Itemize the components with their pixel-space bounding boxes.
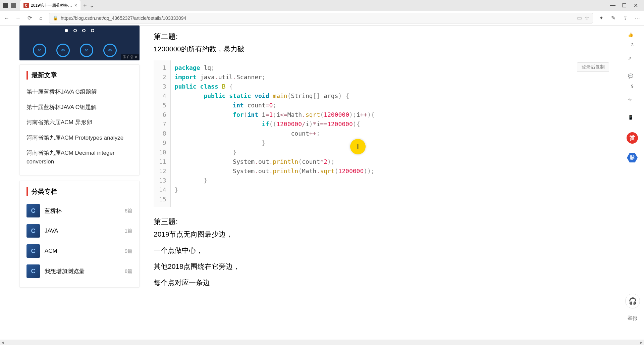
- titlebar-left: [3, 3, 16, 8]
- code-block: 登录后复制 123456789101112131415 package lq; …: [154, 60, 611, 207]
- ad-gauge: 80: [80, 44, 93, 57]
- category-name: 我想增加浏览量: [45, 267, 120, 275]
- tabs-icon[interactable]: [11, 3, 16, 8]
- forward-button[interactable]: →: [15, 15, 21, 21]
- category-name: 蓝桥杯: [45, 207, 120, 215]
- article-link[interactable]: 第十届蓝桥杯JAVA C组题解: [26, 100, 132, 115]
- lock-icon: 🔒: [53, 15, 58, 20]
- tab-favicon: C: [23, 3, 29, 8]
- category-item[interactable]: C 我想增加浏览量 8篇: [26, 261, 132, 281]
- category-thumb: C: [26, 224, 40, 238]
- like-count: 3: [631, 42, 633, 47]
- favorite-button[interactable]: ☆: [625, 97, 640, 106]
- cursor-highlight-icon: I: [350, 139, 366, 154]
- url-input[interactable]: [61, 15, 574, 21]
- ad-gauge: 80: [56, 44, 70, 57]
- support-button[interactable]: 🎧: [625, 294, 640, 308]
- tab-strip: C 2019第十一届蓝桥杯校i × + ⌄: [20, 0, 94, 10]
- code-content[interactable]: 123456789101112131415 package lq; import…: [154, 60, 611, 207]
- category-name: ACM: [45, 248, 120, 254]
- reward-button[interactable]: 赏: [627, 132, 638, 144]
- article-list: 第十届蓝桥杯JAVA G组题解 第十届蓝桥杯JAVA C组题解 河南省第六届AC…: [26, 84, 132, 169]
- scroll-left-arrow[interactable]: ◀: [0, 340, 5, 345]
- home-button[interactable]: ⌂: [38, 15, 44, 21]
- question-2-desc: 1200000的所有约数，暴力破: [154, 44, 611, 54]
- thumbs-up-icon: 👍: [628, 32, 637, 41]
- ad-dot[interactable]: [73, 29, 77, 32]
- article-link[interactable]: 河南省第九届ACM Prototypes analyze: [26, 130, 132, 146]
- question-2-title: 第二题:: [154, 32, 611, 42]
- ad-gauges: 80 80 80 80: [33, 44, 117, 57]
- ad-banner[interactable]: 80 80 80 80 ⓘ 广告 ×: [19, 26, 140, 60]
- article-link[interactable]: 第十届蓝桥杯JAVA G组题解: [26, 84, 132, 100]
- like-button[interactable]: 👍 3: [625, 32, 640, 47]
- tab-close-button[interactable]: ×: [74, 3, 77, 8]
- bookmark-star-icon[interactable]: ☆: [585, 15, 589, 21]
- ad-carousel-dots: [65, 29, 94, 32]
- share-icon: ↗: [628, 56, 637, 65]
- scroll-right-arrow[interactable]: ▶: [639, 340, 644, 345]
- category-count: 8篇: [125, 268, 132, 275]
- ad-dot[interactable]: [65, 29, 68, 32]
- refresh-button[interactable]: ⟳: [26, 15, 33, 21]
- category-item[interactable]: C JAVA 1篇: [26, 221, 132, 241]
- minimize-button[interactable]: —: [610, 3, 615, 8]
- ad-label: ⓘ 广告 ×: [121, 54, 139, 60]
- category-name: JAVA: [45, 228, 120, 234]
- code-lines: package lq; import java.util.Scanner; pu…: [171, 60, 611, 207]
- comment-count: 9: [631, 84, 633, 89]
- close-window-button[interactable]: ✕: [633, 3, 638, 8]
- tab-title: 2019第十一届蓝桥杯校i: [31, 3, 72, 8]
- report-button[interactable]: 举报: [628, 315, 638, 322]
- latest-articles-title: 最新文章: [26, 71, 132, 80]
- copy-code-button[interactable]: 登录后复制: [577, 62, 609, 72]
- category-count: 9篇: [125, 248, 132, 254]
- category-count: 6篇: [125, 208, 132, 214]
- ad-info-icon: ⓘ: [123, 55, 126, 59]
- navbar-right: ✦ ✎ ⇪ ⋯: [598, 15, 641, 21]
- category-thumb: C: [26, 204, 40, 217]
- new-tab-button[interactable]: +: [83, 2, 87, 9]
- reader-mode-icon[interactable]: ▭: [577, 15, 582, 21]
- article-link[interactable]: 河南省第九届ACM Decimal integer conversion: [26, 145, 132, 169]
- category-item[interactable]: C ACM 9篇: [26, 241, 132, 261]
- browser-tab-active[interactable]: C 2019第十一届蓝桥杯校i ×: [20, 0, 80, 10]
- maximize-button[interactable]: ☐: [622, 3, 627, 8]
- address-bar[interactable]: 🔒 ▭ ☆: [49, 13, 593, 23]
- phone-icon: 📱: [628, 115, 637, 124]
- left-sidebar: 80 80 80 80 ⓘ 广告 × 最新文章 第十届蓝桥杯JAVA G组题解 …: [0, 26, 144, 345]
- mobile-button[interactable]: 📱: [625, 115, 640, 124]
- favorites-icon[interactable]: ✦: [598, 15, 604, 21]
- category-list: C 蓝桥杯 6篇 C JAVA 1篇 C ACM 9篇 C 我想增加浏览量: [26, 201, 132, 281]
- share-button[interactable]: ↗: [625, 56, 640, 65]
- categories-card: 分类专栏 C 蓝桥杯 6篇 C JAVA 1篇 C ACM 9篇: [19, 181, 140, 288]
- category-count: 1篇: [125, 228, 132, 234]
- category-item[interactable]: C 蓝桥杯 6篇: [26, 201, 132, 221]
- ad-label-text: 广告: [127, 55, 134, 59]
- back-button[interactable]: ←: [3, 15, 10, 21]
- app-icon: [3, 3, 8, 8]
- share-icon[interactable]: ⇪: [622, 15, 629, 21]
- window-controls: — ☐ ✕: [610, 3, 641, 8]
- question-3-line: 其他2018点围绕在它旁边，: [154, 262, 611, 271]
- horizontal-scrollbar[interactable]: ◀ ▶: [0, 340, 644, 345]
- pulse-button[interactable]: 脉: [627, 152, 638, 163]
- comment-icon: 💬: [628, 73, 637, 82]
- question-3-line: 每个点对应一条边: [154, 278, 611, 287]
- browser-navbar: ← → ⟳ ⌂ 🔒 ▭ ☆ ✦ ✎ ⇪ ⋯: [0, 11, 644, 26]
- article-link[interactable]: 河南省第六届ACM 异形卵: [26, 115, 132, 130]
- ad-close-button[interactable]: ×: [135, 55, 137, 59]
- comment-button[interactable]: 💬 9: [625, 73, 640, 89]
- menu-icon[interactable]: ⋯: [634, 15, 641, 21]
- categories-title: 分类专栏: [26, 187, 132, 196]
- article-main: 第二题: 1200000的所有约数，暴力破 登录后复制 123456789101…: [144, 26, 621, 345]
- category-thumb: C: [26, 264, 40, 278]
- ad-gauge: 80: [103, 44, 117, 57]
- question-3-line: 2019节点无向图最少边，: [154, 230, 611, 239]
- ad-gauge: 80: [33, 44, 46, 57]
- ad-dot[interactable]: [82, 29, 86, 32]
- ad-dot[interactable]: [91, 29, 94, 32]
- category-thumb: C: [26, 244, 40, 258]
- notes-icon[interactable]: ✎: [610, 15, 616, 21]
- tab-dropdown-button[interactable]: ⌄: [90, 2, 94, 9]
